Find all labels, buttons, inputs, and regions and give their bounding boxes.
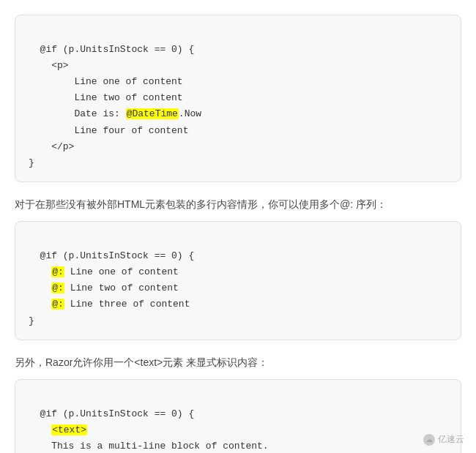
code-block-1: @if (p.UnitsInStock == 0) { <p> Line one…	[15, 15, 461, 182]
description-1: 对于在那些没有被外部HTML元素包装的多行内容情形，你可以使用多个@: 序列：	[15, 195, 461, 214]
at-colon-1: @:	[51, 266, 64, 277]
code-block-3: @if (p.UnitsInStock == 0) { <text> This …	[15, 379, 461, 453]
at-colon-3: @:	[51, 299, 64, 310]
code-content-3: @if (p.UnitsInStock == 0) { <text> This …	[29, 408, 326, 453]
watermark-icon: ☁	[423, 434, 435, 446]
code-content: @if (p.UnitsInStock == 0) { @: Line one …	[29, 250, 194, 326]
code-block-2: @if (p.UnitsInStock == 0) { @: Line one …	[15, 221, 461, 340]
at-colon-2: @:	[51, 282, 64, 293]
code-line: @if (p.UnitsInStock == 0) { <p> Line one…	[29, 44, 201, 168]
watermark: ☁ 亿速云	[423, 433, 464, 446]
tag-text-open: <text>	[51, 424, 87, 435]
description-2: 另外，Razor允许你用一个<text>元素 来显式标识内容：	[15, 353, 461, 372]
watermark-text: 亿速云	[438, 433, 464, 446]
highlight-datetime: @DateTime	[126, 108, 179, 119]
